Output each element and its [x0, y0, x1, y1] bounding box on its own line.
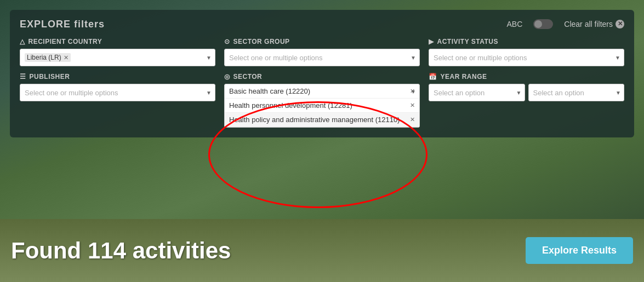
sector-item-1: Basic health care (12220) ✕	[225, 84, 419, 99]
sector-item-2-text: Health personnel development (12281)	[229, 101, 352, 110]
found-activities-text: Found 114 activities	[11, 238, 231, 264]
filter-panel: EXPLORE filters ABC Clear all filters ✕ …	[10, 10, 634, 137]
sector-multiselect[interactable]: Basic health care (12220) ✕ Health perso…	[224, 84, 420, 128]
page-title: EXPLORE filters	[20, 18, 105, 30]
recipient-country-label-text: RECIPIENT COUNTRY	[29, 38, 102, 45]
activity-status-group: ▶ ACTIVITY STATUS Select one or multiple…	[429, 38, 624, 66]
publisher-group: ☰ PUBLISHER Select one or multiple optio…	[20, 73, 215, 128]
sector-item-2-remove[interactable]: ✕	[410, 102, 415, 109]
recipient-country-label: △ RECIPIENT COUNTRY	[20, 38, 215, 45]
sector-group-placeholder: Select one or multiple options	[229, 54, 323, 62]
year-from-placeholder: Select an option	[434, 89, 485, 97]
header-controls: ABC Clear all filters ✕	[507, 19, 625, 29]
recipient-country-arrow: ▼	[206, 55, 212, 61]
publisher-label: ☰ PUBLISHER	[20, 73, 215, 80]
sector-filter-label: ◎ SECTOR	[224, 73, 420, 80]
year-from-arrow: ▼	[516, 90, 522, 96]
sector-group-group: ⊙ SECTOR GROUP Select one or multiple op…	[224, 38, 420, 66]
publisher-label-text: PUBLISHER	[30, 73, 70, 80]
year-from-select[interactable]: Select an option ▼	[429, 84, 525, 101]
clear-all-label: Clear all filters	[564, 20, 613, 28]
header-row: EXPLORE filters ABC Clear all filters ✕	[20, 18, 624, 30]
year-range-selects: Select an option ▼ Select an option ▼	[429, 84, 624, 101]
sector-group-icon: ⊙	[224, 38, 230, 45]
explore-results-button[interactable]: Explore Results	[526, 237, 633, 264]
bottom-bar: Found 114 activities Explore Results	[0, 219, 644, 282]
year-to-placeholder: Select an option	[533, 89, 584, 97]
explore-word: EXPLORE	[20, 19, 71, 30]
activity-status-arrow: ▼	[615, 55, 620, 61]
activity-status-label-text: ACTIVITY STATUS	[437, 38, 499, 45]
publisher-select[interactable]: Select one or multiple options ▼	[20, 84, 215, 101]
sector-group-label-text: SECTOR GROUP	[233, 38, 290, 45]
sector-item-1-text: Basic health care (12220)	[229, 87, 310, 95]
filters-grid: △ RECIPIENT COUNTRY Liberia (LR) ✕ ▼ ⊙ S…	[20, 38, 624, 128]
clear-all-icon: ✕	[615, 20, 624, 28]
year-to-select[interactable]: Select an option ▼	[528, 84, 625, 101]
sector-group-select[interactable]: Select one or multiple options ▼	[224, 49, 420, 66]
recipient-country-group: △ RECIPIENT COUNTRY Liberia (LR) ✕ ▼	[20, 38, 215, 66]
publisher-placeholder: Select one or multiple options	[25, 89, 118, 97]
year-range-label-text: YEAR RANGE	[441, 73, 487, 80]
abc-label: ABC	[507, 20, 523, 28]
activity-status-icon: ▶	[429, 38, 434, 45]
liberia-tag-remove[interactable]: ✕	[64, 54, 69, 61]
sector-filter-icon: ◎	[224, 73, 230, 80]
year-range-label: 📅 YEAR RANGE	[429, 73, 624, 80]
explore-label: EXPLORE filters	[20, 18, 105, 30]
sector-multiselect-arrow: ▼	[411, 89, 416, 95]
sector-group-label: ⊙ SECTOR GROUP	[224, 38, 420, 45]
sector-item-3: Health policy and administrative managem…	[225, 113, 419, 127]
activity-status-select[interactable]: Select one or multiple options ▼	[429, 49, 624, 66]
liberia-tag: Liberia (LR) ✕	[25, 53, 71, 62]
liberia-tag-text: Liberia (LR)	[27, 54, 61, 61]
filters-word: filters	[71, 19, 105, 30]
recipient-country-select[interactable]: Liberia (LR) ✕ ▼	[20, 49, 215, 66]
clear-all-button[interactable]: Clear all filters ✕	[564, 20, 624, 28]
activity-status-placeholder: Select one or multiple options	[434, 54, 527, 62]
recipient-country-icon: △	[20, 38, 25, 45]
publisher-arrow: ▼	[206, 90, 212, 96]
year-range-group: 📅 YEAR RANGE Select an option ▼ Select a…	[429, 73, 624, 128]
abc-toggle[interactable]	[533, 19, 553, 29]
sector-filter-label-text: SECTOR	[233, 73, 263, 80]
sector-item-3-remove[interactable]: ✕	[410, 116, 415, 123]
sector-filter-group: ◎ SECTOR Basic health care (12220) ✕ Hea…	[224, 73, 420, 128]
sector-item-2: Health personnel development (12281) ✕	[225, 99, 419, 113]
year-range-icon: 📅	[429, 73, 437, 80]
sector-item-3-text: Health policy and administrative managem…	[229, 116, 400, 124]
publisher-icon: ☰	[20, 73, 26, 80]
activity-status-label: ▶ ACTIVITY STATUS	[429, 38, 624, 45]
sector-group-arrow: ▼	[411, 55, 416, 61]
year-to-arrow: ▼	[615, 90, 621, 96]
